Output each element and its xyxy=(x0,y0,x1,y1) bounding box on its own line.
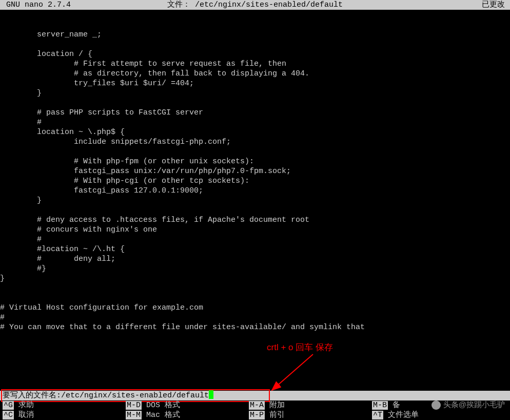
editor-line: #location ~ /\.ht { xyxy=(0,244,510,254)
shortcut-key: M-B xyxy=(372,401,388,410)
shortcut-label: DOS 格式 xyxy=(142,401,180,410)
editor-line: include snippets/fastcgi-php.conf; xyxy=(0,137,510,147)
editor-line: # deny all; xyxy=(0,254,510,264)
svg-line-1 xyxy=(272,354,313,390)
editor-line: # as directory, then fall back to displa… xyxy=(0,69,510,79)
menu-shortcut[interactable]: ^T 文件选单 xyxy=(372,410,419,420)
editor-line: #} xyxy=(0,264,510,274)
shortcut-label: 备 xyxy=(388,401,400,410)
editor-line: # concurs with nginx's one xyxy=(0,225,510,235)
shortcut-label: Mac 格式 xyxy=(142,411,180,419)
editor-line xyxy=(0,293,510,303)
editor-line: } xyxy=(0,88,510,98)
editor-line: # xyxy=(0,235,510,244)
menu-shortcut[interactable]: ^C 取消 xyxy=(3,410,34,420)
editor-line: server_name _; xyxy=(0,30,510,40)
shortcut-label: 文件选单 xyxy=(383,411,419,419)
editor-line xyxy=(0,205,510,215)
shortcut-key: ^T xyxy=(372,411,383,419)
menu-shortcut[interactable]: M-P 前引 xyxy=(249,410,285,420)
editor-line: location / { xyxy=(0,49,510,59)
editor-line: # With php-fpm (or other unix sockets): xyxy=(0,157,510,166)
editor-line: # xyxy=(0,118,510,127)
prompt-value[interactable]: /etc/nginx/sites-enabled/default xyxy=(61,391,209,400)
shortcut-label: 前引 xyxy=(265,411,285,419)
editor-line: fastcgi_pass 127.0.0.1:9000; xyxy=(0,186,510,196)
modified-status: 已更改 xyxy=(482,0,505,10)
menu-shortcut[interactable]: ^G 求助 xyxy=(3,400,34,410)
file-path: 文件： /etc/nginx/sites-enabled/default xyxy=(0,0,510,10)
editor-line xyxy=(0,147,510,157)
editor-line: # First attempt to serve request as file… xyxy=(0,59,510,69)
editor-line: # You can move that to a different file … xyxy=(0,322,510,332)
watermark-icon xyxy=(431,400,441,410)
shortcut-key: M-M xyxy=(126,411,142,419)
editor-line: fastcgi_pass unix:/var/run/php/php7.0-fp… xyxy=(0,166,510,176)
editor-line xyxy=(0,283,510,293)
shortcut-label: 求助 xyxy=(14,401,34,410)
watermark-text: 头条@挨踢小毛驴 xyxy=(443,400,505,410)
editor-area[interactable]: server_name _; location / { # First atte… xyxy=(0,10,510,332)
shortcut-key: ^G xyxy=(3,401,14,410)
prompt-label: 要写入的文件名: xyxy=(3,391,61,400)
cursor xyxy=(209,390,213,399)
menu-shortcut[interactable]: M-M Mac 格式 xyxy=(126,410,180,420)
editor-line: location ~ \.php$ { xyxy=(0,127,510,137)
menu-shortcut[interactable]: M-A 附加 xyxy=(249,400,285,410)
arrow-icon xyxy=(269,353,317,392)
annotation-text: crtl + o 回车 保存 xyxy=(267,341,333,353)
editor-line: try_files $uri $uri/ =404; xyxy=(0,79,510,88)
editor-line xyxy=(0,20,510,30)
shortcut-key: M-P xyxy=(249,411,265,419)
editor-line: # Virtual Host configuration for example… xyxy=(0,303,510,313)
editor-line: # pass PHP scripts to FastCGI server xyxy=(0,108,510,118)
editor-line: # With php-cgi (or other tcp sockets): xyxy=(0,176,510,186)
editor-line: # xyxy=(0,313,510,322)
watermark: 头条@挨踢小毛驴 xyxy=(431,400,505,410)
menu-shortcut[interactable]: M-B 备 xyxy=(372,400,400,410)
shortcut-label: 附加 xyxy=(265,401,285,410)
shortcut-key: M-D xyxy=(126,401,142,410)
filename-prompt[interactable]: 要写入的文件名: /etc/nginx/sites-enabled/defaul… xyxy=(0,391,510,400)
shortcut-label: 取消 xyxy=(14,411,34,419)
shortcut-key: ^C xyxy=(3,411,14,419)
editor-line: } xyxy=(0,196,510,205)
title-bar: GNU nano 2.7.4 文件： /etc/nginx/sites-enab… xyxy=(0,0,510,10)
editor-line xyxy=(0,98,510,108)
editor-line: } xyxy=(0,274,510,283)
editor-line xyxy=(0,40,510,49)
editor-line: # deny access to .htaccess files, if Apa… xyxy=(0,215,510,225)
menu-shortcut[interactable]: M-D DOS 格式 xyxy=(126,400,180,410)
shortcut-key: M-A xyxy=(249,401,265,410)
